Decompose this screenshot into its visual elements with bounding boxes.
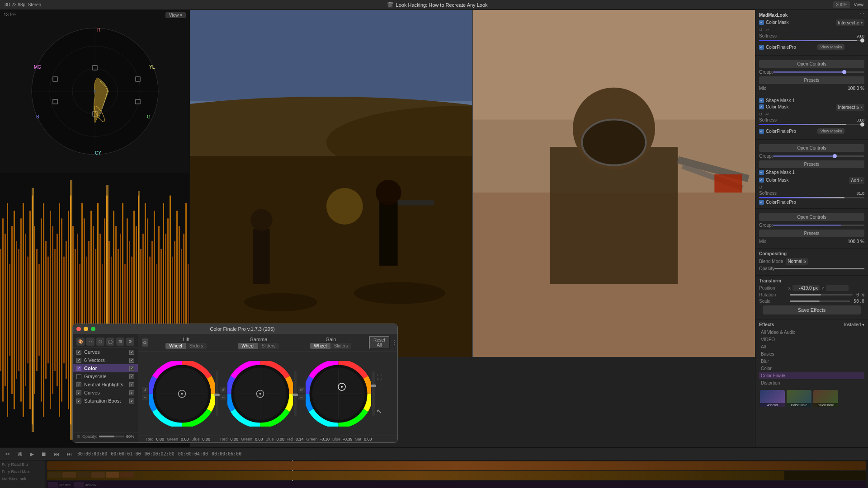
colormask1-checkbox[interactable]: ✓ (759, 20, 764, 25)
cfp-item-color[interactable]: ✓ Color ✓ (73, 364, 138, 372)
gain-reset-icon[interactable]: ↺ (298, 387, 305, 393)
curves-icon[interactable]: 〰 (86, 338, 94, 346)
grayscale-checkbox[interactable] (76, 374, 81, 379)
tl-track-2[interactable] (47, 471, 866, 480)
lift-sliders-tab[interactable]: Sliders (186, 343, 207, 349)
reset2-icon[interactable]: ↺ (759, 112, 763, 117)
gamma-v-handle[interactable] (292, 394, 298, 396)
presets-btn2[interactable]: Presets (759, 160, 864, 168)
gain-tabs[interactable]: Wheel Sliders (310, 343, 351, 349)
effect-thumb-ascend[interactable]: Ascend (760, 390, 785, 407)
lift-v-handle[interactable] (214, 394, 220, 396)
palette-icon[interactable]: 🎨 (76, 338, 85, 346)
cfp-item-grayscale[interactable]: Grayscale ✓ (73, 372, 138, 380)
cat-all-video[interactable]: All Video & Audio (759, 329, 864, 336)
position-y-input[interactable] (826, 285, 849, 291)
color-eye[interactable]: ✓ (129, 366, 134, 371)
gain-wheel-tab[interactable]: Wheel (310, 343, 330, 349)
open-controls-btn1[interactable]: Open Controls (759, 60, 864, 68)
tl-back-icon[interactable]: ⏮ (52, 450, 61, 458)
tl-forward-icon[interactable]: ⏭ (65, 450, 74, 458)
blend-mode-dropdown[interactable]: Normal ≥ (786, 258, 808, 265)
reset-icon[interactable]: ↺ (759, 28, 763, 32)
curves2-eye[interactable]: ✓ (129, 390, 134, 395)
zoom-control[interactable]: 200% (833, 1, 850, 8)
softness-slider2[interactable] (759, 124, 864, 125)
circle-icon[interactable]: ◯ (106, 338, 114, 346)
reset-all-button[interactable]: Reset All (369, 336, 390, 349)
view-masks-btn2[interactable]: View Masks (817, 128, 844, 134)
tl-track-3[interactable]: Her Des... HetLook (47, 481, 866, 488)
gamma-color-wheel[interactable] (227, 361, 293, 427)
lift-v-slider[interactable] (216, 371, 218, 416)
view-button[interactable]: View (854, 2, 863, 7)
gain-sliders-tab[interactable]: Sliders (330, 343, 352, 349)
shapemask2-checkbox[interactable]: ✓ (759, 170, 764, 175)
gain-v-handle[interactable] (371, 385, 376, 387)
6vectors-checkbox[interactable]: ✓ (76, 358, 81, 363)
cat-color-finale[interactable]: Color Finale (759, 372, 864, 379)
tl-magnet-icon[interactable]: ⌘ (15, 450, 24, 458)
gamma-back-icon[interactable]: ← (220, 394, 226, 400)
undo-icon[interactable]: ↩ (765, 28, 769, 32)
neutral-checkbox[interactable]: ✓ (76, 382, 81, 387)
cfp-item-6vectors[interactable]: ✓ 6 Vectors ✓ (73, 356, 138, 364)
6vectors-eye[interactable]: ✓ (129, 358, 134, 363)
lift-reset-icon[interactable]: ↺ (142, 387, 148, 393)
colormask3-checkbox[interactable]: ✓ (759, 178, 764, 183)
close-dot[interactable] (76, 327, 81, 331)
group-slider3[interactable] (773, 225, 864, 226)
curves2-checkbox[interactable]: ✓ (76, 390, 81, 395)
tl-scissor-icon[interactable]: ✂ (4, 450, 12, 458)
intersect-dropdown1[interactable]: Intersect ≥ ▾ (836, 19, 864, 26)
opacity-slider[interactable] (99, 436, 124, 437)
group-slider2[interactable] (773, 155, 864, 157)
cat-basics[interactable]: Basics (759, 351, 864, 357)
position-x-input[interactable] (793, 285, 820, 291)
effect-thumb-colorfinale1[interactable]: ColorFinale (787, 390, 811, 407)
lift-color-wheel[interactable] (149, 361, 215, 427)
colormask2-checkbox[interactable]: ✓ (759, 104, 764, 109)
view-masks-btn1[interactable]: View Masks (817, 44, 844, 50)
cat-distortion[interactable]: Distortion (759, 380, 864, 386)
gain-color-wheel[interactable] (306, 361, 371, 427)
effect-thumb-colorfinale2[interactable]: ColorFinale (813, 390, 838, 407)
gain-back-icon[interactable]: ← (298, 394, 305, 400)
intersect-dropdown2[interactable]: Intersect ≥ ▾ (836, 104, 864, 111)
grid-icon[interactable]: ⊞ (116, 338, 124, 346)
wheels-settings-icon[interactable]: ⚙ (142, 338, 148, 347)
open-controls-btn2[interactable]: Open Controls (759, 144, 864, 152)
lift-wheel-tab[interactable]: Wheel (165, 343, 185, 349)
cfp-item-curves1[interactable]: ✓ Curves ✓ (73, 348, 138, 356)
more-options-icon[interactable]: ⋮ (392, 339, 397, 346)
vector-icon[interactable]: ⬡ (96, 338, 104, 346)
softness-slider1[interactable] (759, 40, 864, 41)
gain-v-slider[interactable] (372, 371, 375, 416)
open-controls-btn3[interactable]: Open Controls (759, 213, 864, 221)
minimize-dot[interactable] (84, 327, 88, 331)
cfp-item-neutral-highlights[interactable]: ✓ Neutral Highlights ✓ (73, 380, 138, 389)
grayscale-eye[interactable]: ✓ (129, 374, 134, 379)
neutral-eye[interactable]: ✓ (129, 382, 134, 387)
add-dropdown[interactable]: Add ▾ (849, 177, 864, 184)
cfp2-checkbox[interactable]: ✓ (759, 129, 764, 134)
fullscreen-dot[interactable] (91, 327, 95, 331)
gamma-v-slider[interactable] (294, 371, 297, 416)
curves1-checkbox[interactable]: ✓ (76, 350, 81, 355)
tl-track-1[interactable] (47, 461, 866, 470)
gamma-reset-icon[interactable]: ↺ (220, 387, 226, 393)
madmax-expand-icon[interactable]: ⛶ (860, 13, 864, 18)
sat-checkbox[interactable]: ✓ (76, 399, 81, 404)
tl-play-icon[interactable]: ▶ (28, 450, 36, 458)
tl-stop-icon[interactable]: ⏹ (39, 450, 48, 458)
save-effects-button[interactable]: Save Effects (763, 305, 861, 314)
sat-eye[interactable]: ✓ (129, 399, 134, 404)
color-checkbox[interactable]: ✓ (76, 366, 81, 371)
curves1-eye[interactable]: ✓ (129, 350, 134, 355)
opacity-slider-compositing[interactable] (774, 268, 864, 269)
cat-blur[interactable]: Blur (759, 358, 864, 365)
cat-video[interactable]: VIDEO (759, 336, 864, 343)
lift-tabs[interactable]: Wheel Sliders (165, 343, 207, 349)
settings-icon[interactable]: ⚙ (126, 338, 134, 346)
reset3-icon[interactable]: ↺ (759, 185, 763, 190)
